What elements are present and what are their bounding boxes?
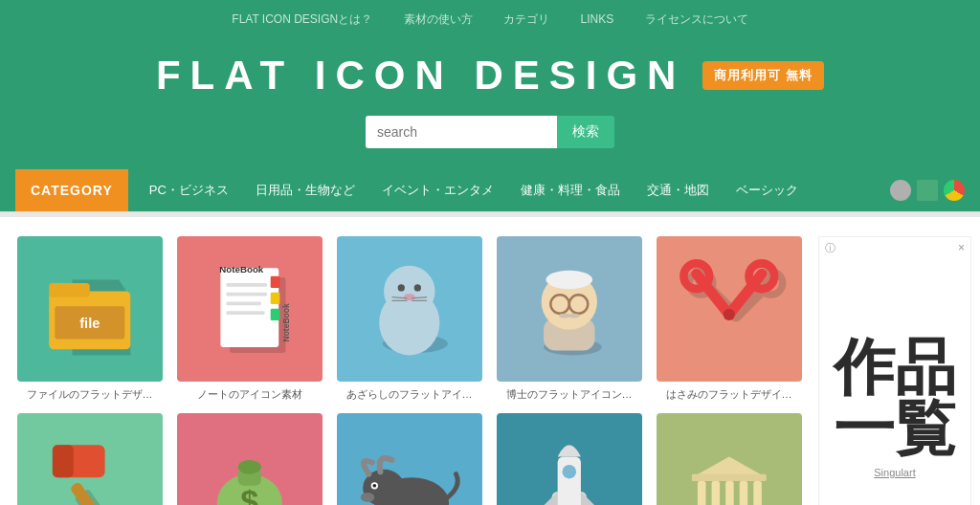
svg-rect-11 (226, 293, 267, 296)
search-bar: 検索 (0, 116, 980, 148)
icon-label-file: ファイルのフラットデザ… (18, 387, 162, 402)
category-basic[interactable]: ベーシック (723, 169, 812, 211)
icon-card-file[interactable]: file ファイルのフラットデザ… (15, 236, 164, 402)
svg-rect-79 (739, 481, 747, 505)
svg-point-29 (546, 271, 592, 289)
color-circle-gray[interactable] (890, 180, 911, 201)
svg-point-58 (372, 484, 376, 488)
icon-card-professor[interactable]: 博士のフラットアイコン… (495, 236, 643, 402)
nav-usage[interactable]: 素材の使い方 (404, 12, 473, 26)
icon-label-notebook: ノートのアイコン素材 (178, 387, 322, 402)
category-bar: CATEGORY PC・ビジネス 日用品・生物など イベント・エンタメ 健康・料… (0, 169, 980, 211)
ad-main-text: 作品一覧 (834, 337, 956, 459)
icon-image-parthenon (657, 413, 802, 505)
color-filter-circles (890, 180, 965, 201)
svg-rect-9 (270, 309, 279, 320)
svg-rect-10 (226, 283, 267, 287)
ad-brand-text[interactable]: Singulart (874, 467, 915, 478)
nav-links[interactable]: LINKS (581, 12, 614, 26)
svg-point-19 (397, 284, 404, 291)
hero-title: FLAT ICON DESIGN (156, 53, 686, 99)
svg-rect-76 (698, 481, 706, 505)
nav-about[interactable]: FLAT ICON DESIGNとは？ (232, 12, 372, 26)
main-content: file ファイルのフラットデザ… (0, 217, 980, 505)
search-button[interactable]: 検索 (557, 116, 614, 148)
svg-rect-48 (53, 445, 74, 477)
nav-category[interactable]: カテゴリ (503, 12, 549, 26)
hero-section: FLAT ICON DESIGN 商用利用可 無料 検索 (0, 35, 980, 169)
svg-rect-69 (557, 457, 580, 505)
hero-badge: 商用利用可 無料 (702, 61, 824, 90)
svg-rect-12 (226, 302, 260, 306)
svg-rect-6 (220, 268, 278, 347)
icon-image-bull (337, 413, 482, 505)
icon-image-notebook: NoteBook NoteBook (177, 236, 323, 382)
icon-image-shuttle (497, 413, 642, 505)
svg-point-70 (562, 465, 576, 479)
svg-rect-13 (226, 311, 264, 315)
icon-image-scissors (657, 236, 802, 382)
svg-marker-74 (694, 457, 764, 477)
icon-image-moneybag: $ (177, 413, 323, 505)
svg-rect-78 (725, 481, 734, 505)
svg-text:$: $ (240, 483, 258, 505)
svg-rect-2 (49, 283, 90, 297)
svg-rect-77 (711, 481, 720, 505)
icon-card-scissors[interactable]: はさみのフラットデザイ… (655, 236, 803, 402)
icon-card-moneybag[interactable]: $ ドル袋のフラットアイコ… (175, 413, 323, 505)
category-label: CATEGORY (15, 169, 128, 211)
search-input[interactable] (366, 116, 557, 148)
icon-image-file: file (17, 236, 163, 382)
svg-text:NoteBook: NoteBook (219, 264, 263, 274)
hero-title-container: FLAT ICON DESIGN 商用利用可 無料 (156, 53, 824, 99)
category-event[interactable]: イベント・エンタメ (368, 169, 507, 211)
svg-rect-75 (692, 474, 767, 481)
icon-card-bull[interactable]: 無料の暴れ牛のフラット… (335, 413, 483, 505)
ad-close-button[interactable]: × (958, 241, 965, 254)
svg-point-52 (237, 460, 260, 474)
svg-text:NoteBook: NoteBook (281, 303, 291, 341)
icon-image-seal (337, 236, 482, 382)
color-circle-green[interactable] (917, 180, 938, 201)
icon-card-parthenon[interactable]: ギリシャのパルテノン神… (655, 413, 803, 505)
svg-point-59 (360, 493, 374, 502)
icon-label-professor: 博士のフラットアイコン… (498, 387, 641, 402)
svg-rect-7 (270, 276, 279, 288)
icon-label-seal: あざらしのフラットアイ… (338, 387, 481, 402)
color-circle-multi[interactable] (944, 180, 965, 201)
svg-point-18 (384, 266, 435, 318)
svg-point-35 (568, 314, 579, 318)
top-navigation: FLAT ICON DESIGNとは？ 素材の使い方 カテゴリ LINKS ライ… (0, 0, 980, 35)
svg-text:file: file (79, 317, 100, 332)
icon-card-shuttle[interactable]: スペースシャトルのフラ… (495, 413, 643, 505)
icon-card-notebook[interactable]: NoteBook NoteBook ノートのアイコン素材 (175, 236, 323, 402)
icon-label-scissors: はさみのフラットデザイ… (657, 387, 801, 402)
ad-info-icon[interactable]: ⓘ (825, 241, 835, 255)
category-daily[interactable]: 日用品・生物など (242, 169, 368, 211)
svg-rect-80 (753, 481, 762, 505)
category-health[interactable]: 健康・料理・食品 (507, 169, 634, 211)
icon-image-hammer (17, 413, 163, 505)
nav-license[interactable]: ライセンスについて (645, 12, 748, 26)
svg-point-20 (413, 284, 420, 291)
icon-card-seal[interactable]: あざらしのフラットアイ… (335, 236, 483, 402)
side-advertisement: ⓘ × 作品一覧 Singulart (818, 236, 971, 505)
icon-card-hammer[interactable]: ハンマー（とんかち）の… (15, 413, 164, 505)
svg-rect-8 (270, 293, 279, 304)
svg-point-42 (723, 309, 734, 320)
icon-image-professor (497, 236, 642, 382)
category-traffic[interactable]: 交通・地図 (634, 169, 723, 211)
category-pc-biz[interactable]: PC・ビジネス (136, 169, 242, 211)
svg-point-21 (403, 294, 414, 300)
icon-grid: file ファイルのフラットデザ… (15, 236, 803, 505)
